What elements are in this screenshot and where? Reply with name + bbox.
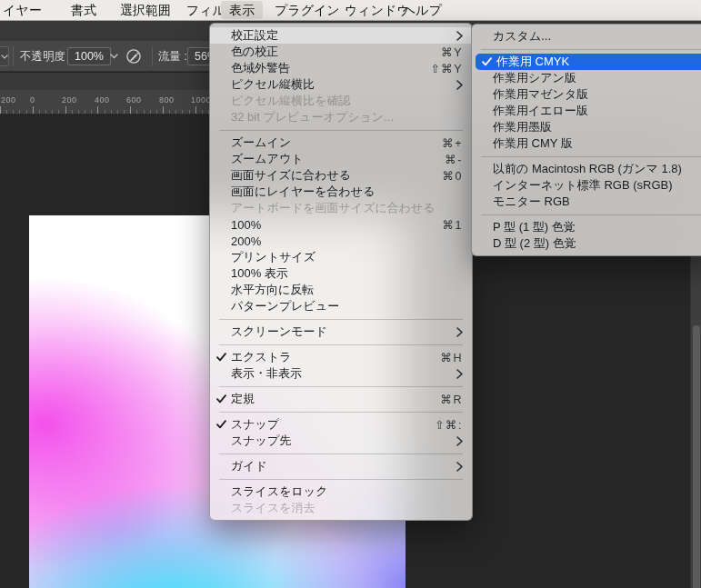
menu-item-label: ピクセル縦横比を確認 (231, 93, 351, 109)
menu-item[interactable]: 作業用 CMYK (476, 54, 701, 70)
menu-separator (219, 344, 463, 345)
menu-item[interactable]: プリントサイズ (210, 249, 472, 265)
menubar-item[interactable]: イヤー (0, 1, 50, 19)
menu-separator (219, 453, 463, 454)
menu-item[interactable]: 作業用墨版 (472, 119, 701, 135)
menu-item-label: パターンプレビュー (231, 298, 339, 314)
menu-item-shortcut: ⇧⌘Y (430, 62, 463, 75)
menu-item[interactable]: 画面サイズに合わせる⌘0 (210, 167, 472, 184)
menu-item-label: スライスをロック (231, 483, 327, 500)
menu-item-label: 作業用 CMY 版 (493, 135, 573, 152)
submenu-arrow-icon (456, 462, 463, 472)
submenu-arrow-icon (456, 436, 463, 446)
menu-item: スライスを消去 (210, 500, 472, 516)
menu-item[interactable]: 画面にレイヤーを合わせる (210, 184, 472, 200)
menu-separator (481, 49, 701, 50)
menu-item[interactable]: スナップ先 (210, 433, 472, 449)
menu-item-shortcut: ⌘H (440, 351, 463, 364)
submenu-arrow-icon (456, 369, 463, 379)
menu-item: 32 bit プレビューオプション... (210, 109, 472, 125)
chevron-down-icon[interactable] (106, 47, 121, 65)
menubar-item[interactable]: 表示 (221, 1, 263, 19)
menu-item-shortcut: ⌘1 (443, 218, 463, 232)
menu-item[interactable]: ズームアウト⌘- (210, 151, 472, 167)
opacity-field[interactable]: 100% (67, 47, 111, 65)
menu-item[interactable]: インターネット標準 RGB (sRGB) (472, 177, 701, 194)
menu-item-shortcut: ⌘0 (443, 169, 463, 183)
menu-item[interactable]: ガイド (210, 458, 472, 474)
menu-item[interactable]: 200% (210, 233, 472, 249)
menu-item[interactable]: 作業用マゼンタ版 (472, 86, 701, 103)
menu-item[interactable]: 作業用 CMY 版 (472, 135, 701, 152)
menu-item[interactable]: 作業用シアン版 (472, 70, 701, 86)
airbrush-icon[interactable] (125, 48, 142, 68)
menu-item[interactable]: 色の校正⌘Y (210, 44, 472, 60)
scrollbar-thumb[interactable] (693, 325, 700, 588)
menu-item[interactable]: カスタム... (472, 28, 701, 45)
menu-item[interactable]: ピクセル縦横比 (210, 76, 472, 93)
ruler-label: 200 (62, 95, 77, 105)
menu-item[interactable]: 定規⌘R (210, 391, 472, 407)
menu-item: アートボードを画面サイズに合わせる (210, 200, 472, 216)
view-menu: 校正設定色の校正⌘Y色域外警告⇧⌘Yピクセル縦横比ピクセル縦横比を確認32 bi… (209, 23, 473, 521)
menu-item-label: カスタム... (493, 28, 551, 45)
proof-setup-submenu: カスタム...作業用 CMYK作業用シアン版作業用マゼンタ版作業用イエロー版作業… (471, 24, 701, 256)
menu-item[interactable]: 表示・非表示 (210, 365, 472, 382)
menu-item-label: スライスを消去 (231, 500, 315, 516)
menu-item: ピクセル縦横比を確認 (210, 93, 472, 109)
ruler-label: 1000 (191, 95, 211, 105)
menu-item-shortcut: ⇧⌘: (435, 418, 463, 432)
menu-item-label: 水平方向に反転 (231, 282, 314, 298)
menu-item-label: スナップ (231, 416, 279, 433)
menu-item[interactable]: パターンプレビュー (210, 298, 472, 314)
menu-item-label: 200% (231, 234, 261, 248)
ruler-label: 400 (95, 95, 110, 105)
menu-item[interactable]: 100% 表示 (210, 265, 472, 282)
menu-item-label: モニター RGB (493, 194, 570, 210)
menu-item-label: エクストラ (231, 349, 292, 365)
menu-item[interactable]: モニター RGB (472, 194, 701, 210)
checkmark-icon (482, 57, 496, 66)
menubar-item[interactable]: 書式 (63, 1, 105, 19)
menu-separator (219, 319, 463, 320)
menu-item-label: 色の校正 (231, 44, 278, 60)
menubar-item[interactable]: ヘルプ (395, 1, 450, 19)
menu-item[interactable]: スクリーンモード (210, 324, 472, 340)
dropdown-stub[interactable] (0, 46, 9, 66)
menu-item[interactable]: P 型 (1 型) 色覚 (472, 219, 701, 235)
menu-separator (219, 479, 463, 480)
menu-separator (219, 130, 463, 131)
menu-item-label: 作業用シアン版 (493, 70, 576, 86)
checkmark-icon (216, 394, 231, 404)
menu-item[interactable]: スライスをロック (210, 483, 472, 500)
menubar: イヤー書式選択範囲フィルター表示プラグインウィンドウヘルプ (0, 0, 701, 21)
menu-item-label: 画面にレイヤーを合わせる (231, 184, 375, 200)
menu-separator (219, 386, 463, 387)
menu-item[interactable]: 校正設定 (210, 27, 472, 44)
menu-item-label: 定規 (231, 391, 255, 407)
menu-item-label: 作業用マゼンタ版 (493, 86, 588, 103)
menu-item[interactable]: D 型 (2 型) 色覚 (472, 235, 701, 252)
opacity-label: 不透明度 : (20, 41, 72, 72)
flow-label: 流量 : (158, 41, 187, 72)
submenu-arrow-icon (456, 31, 463, 41)
menu-item[interactable]: 以前の Macintosh RGB (ガンマ 1.8) (472, 161, 701, 177)
menu-separator (219, 412, 463, 413)
menu-item[interactable]: ズームイン⌘+ (210, 135, 472, 151)
menu-item-label: インターネット標準 RGB (sRGB) (493, 177, 673, 194)
menu-item[interactable]: スナップ⇧⌘: (210, 416, 472, 433)
menu-item[interactable]: 作業用イエロー版 (472, 103, 701, 119)
toolbar-divider (152, 46, 153, 66)
submenu-arrow-icon (456, 80, 463, 90)
menu-item[interactable]: エクストラ⌘H (210, 349, 472, 365)
menubar-item[interactable]: 選択範囲 (112, 1, 179, 19)
menu-item-shortcut: ⌘- (445, 153, 463, 166)
menu-item-label: 表示・非表示 (231, 365, 302, 382)
menu-separator (481, 156, 701, 157)
menu-item[interactable]: 色域外警告⇧⌘Y (210, 60, 472, 76)
menu-item-label: アートボードを画面サイズに合わせる (231, 200, 436, 216)
menu-item[interactable]: 水平方向に反転 (210, 282, 472, 298)
menu-item[interactable]: 100%⌘1 (210, 216, 472, 233)
menu-item-label: 作業用イエロー版 (493, 103, 588, 119)
menu-item-label: ズームイン (231, 135, 291, 151)
